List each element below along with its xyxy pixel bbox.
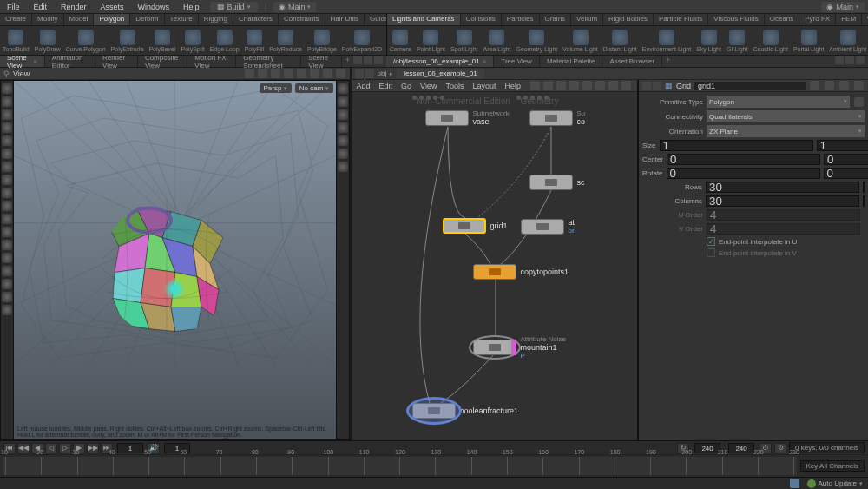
pane-option-icon[interactable]: [856, 56, 865, 64]
rows-slider[interactable]: [863, 182, 865, 193]
range-end-input[interactable]: 240: [728, 443, 754, 453]
rotate-x-input[interactable]: [667, 168, 820, 179]
pane-option-icon[interactable]: [364, 56, 372, 64]
view-tool-icon[interactable]: [245, 69, 254, 78]
scale-tool-icon[interactable]: [2, 122, 12, 133]
center-y-input[interactable]: [824, 154, 868, 165]
vp-tool-icon[interactable]: [338, 135, 348, 146]
menu-help[interactable]: Help: [180, 3, 203, 11]
nav-fwd-icon[interactable]: [653, 82, 661, 90]
pane-option-icon[interactable]: [353, 56, 362, 64]
shelf-tool[interactable]: Ambient Light: [826, 29, 868, 53]
view-tool-icon[interactable]: [271, 69, 280, 78]
size-x-input[interactable]: [660, 140, 813, 151]
view-tool-icon[interactable]: [336, 69, 345, 78]
shelf-tab[interactable]: Particles: [502, 14, 540, 25]
radial-menu-right[interactable]: ◉Main▾: [821, 2, 865, 12]
shelf-tool[interactable]: Spot Light: [448, 29, 481, 53]
vp-tool-icon[interactable]: [2, 305, 12, 315]
search-icon[interactable]: [839, 81, 849, 90]
node-menu-item[interactable]: Help: [504, 82, 521, 90]
shelf-tab[interactable]: Grains: [540, 14, 572, 25]
shelf-tab[interactable]: Lights and Cameras: [387, 14, 461, 25]
ne-tool-icon[interactable]: [621, 81, 631, 90]
view-tool-icon[interactable]: [323, 69, 332, 78]
shelf-tool[interactable]: Environment Light: [640, 29, 694, 53]
view-tool-icon[interactable]: [310, 69, 319, 78]
view-tool-icon[interactable]: [297, 69, 306, 78]
ne-tool-icon[interactable]: [582, 81, 592, 90]
shelf-tool[interactable]: Volume Light: [560, 29, 600, 53]
ne-tool-icon[interactable]: [569, 81, 579, 90]
ne-tool-icon[interactable]: [543, 81, 553, 90]
vp-tool-icon[interactable]: [2, 135, 12, 146]
shelf-tab[interactable]: Viscous Fluids: [708, 14, 764, 25]
shelf-tab[interactable]: Wires: [862, 14, 868, 25]
vp-tool-icon[interactable]: [338, 83, 348, 94]
node-copytopoints1[interactable]: copytopoints1: [473, 264, 569, 280]
timeline-slider[interactable]: 1020304050607080901001101201301401501601…: [3, 457, 797, 475]
pane-tab[interactable]: Tree View: [494, 56, 540, 67]
node-mountain1[interactable]: Attribute Noisemountain1P: [473, 335, 566, 360]
size-y-input[interactable]: [817, 140, 868, 151]
pane-tab[interactable]: Composite View: [138, 56, 187, 67]
node-menu-item[interactable]: Add: [357, 82, 371, 90]
tl-opt-icon[interactable]: ⚙: [774, 443, 786, 453]
close-icon[interactable]: ×: [33, 57, 37, 65]
vp-tool-icon[interactable]: [2, 292, 12, 302]
shelf-tab[interactable]: Rigging: [199, 14, 233, 25]
shelf-tool[interactable]: Camera: [387, 29, 414, 53]
vp-tool-icon[interactable]: [2, 240, 12, 250]
shelf-tab[interactable]: Texture: [165, 14, 199, 25]
vp-tool-icon[interactable]: [2, 253, 12, 263]
vp-tool-icon[interactable]: [2, 201, 12, 211]
vp-tool-icon[interactable]: [2, 162, 12, 172]
pane-tab[interactable]: /obj/lesson_06_example_01×: [386, 56, 494, 67]
path-segment[interactable]: obj: [378, 69, 387, 77]
shelf-tool[interactable]: Curve Polygon: [63, 29, 108, 53]
shelf-tool[interactable]: PolyFill: [242, 29, 267, 53]
vp-tool-icon[interactable]: [2, 227, 12, 237]
vp-tool-icon[interactable]: [2, 149, 12, 159]
shelf-tool[interactable]: PolyExpand2D: [339, 29, 385, 53]
shelf-tab[interactable]: Oceans: [765, 14, 800, 25]
shelf-tab[interactable]: Collisions: [461, 14, 502, 25]
shelf-tool[interactable]: PolyExtrude: [108, 29, 147, 53]
params-name[interactable]: grid1: [694, 82, 806, 90]
center-x-input[interactable]: [667, 154, 820, 165]
ne-tool-icon[interactable]: [556, 81, 566, 90]
node-grid1[interactable]: grid1: [443, 218, 508, 234]
shelf-tab[interactable]: Characters: [233, 14, 279, 25]
shelf-tool[interactable]: GI Light: [724, 29, 751, 53]
shelf-tool[interactable]: Sky Light: [694, 29, 724, 53]
pane-tab[interactable]: Animation Editor: [45, 56, 95, 67]
node-sc[interactable]: sc: [529, 175, 585, 190]
shelf-tool[interactable]: Geometry Light: [513, 29, 560, 53]
connectivity-select[interactable]: Quadrilaterals▾: [707, 110, 865, 122]
pane-tab[interactable]: Motion FX View: [187, 56, 236, 67]
node-menu-item[interactable]: View: [420, 82, 437, 90]
menu-windows[interactable]: Windows: [135, 3, 174, 11]
shelf-tab[interactable]: Vellum: [571, 14, 603, 25]
info-icon[interactable]: [854, 81, 864, 90]
prev-key-icon[interactable]: ◀◀: [17, 443, 30, 453]
auto-update-toggle[interactable]: Auto Update▾: [807, 479, 863, 488]
interp-u-checkbox[interactable]: [707, 237, 715, 246]
ne-tool-icon[interactable]: [608, 81, 618, 90]
node-menu-item[interactable]: Layout: [472, 82, 496, 90]
shelf-tool[interactable]: Point Light: [414, 29, 448, 53]
path-segment[interactable]: lesson_06_example_01: [397, 69, 484, 78]
shelf-tab[interactable]: Hair Utils: [326, 14, 365, 25]
shelf-tool[interactable]: Distant Light: [601, 29, 640, 53]
shelf-tool[interactable]: Portal Light: [791, 29, 826, 53]
view-tool-icon[interactable]: [284, 69, 293, 78]
prev-frame-icon[interactable]: ◁: [45, 443, 57, 453]
vp-tool-icon[interactable]: [2, 175, 12, 185]
select-tool-icon[interactable]: [2, 83, 12, 94]
help-icon[interactable]: [825, 81, 834, 90]
radial-menu-selector[interactable]: ◉Main▾: [273, 2, 317, 12]
vp-tool-icon[interactable]: [338, 122, 348, 133]
shelf-tool[interactable]: PolySplit: [179, 29, 207, 53]
rotate-tool-icon[interactable]: [2, 109, 12, 120]
vp-tool-icon[interactable]: [338, 149, 348, 159]
